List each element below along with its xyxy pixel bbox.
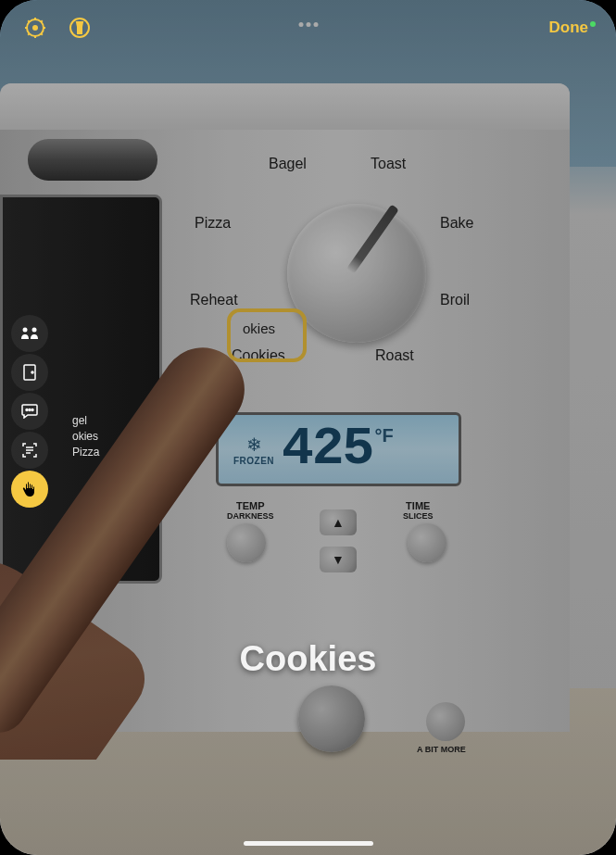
oven-top-surface — [0, 83, 570, 130]
svg-point-8 — [29, 409, 31, 411]
dial-label-roast: Roast — [375, 347, 414, 364]
dial-label-bagel: Bagel — [269, 156, 307, 172]
oven-door-handle — [28, 139, 157, 181]
down-arrow-button: ▼ — [320, 547, 357, 572]
abitmore-label: A BIT MORE — [417, 745, 466, 754]
spoken-result-text: Cookies — [240, 639, 377, 679]
time-label: TIME SLICES — [403, 500, 434, 521]
start-cancel-button — [298, 685, 365, 752]
bottom-controls: A BIT MORE — [241, 685, 500, 769]
time-button — [408, 523, 446, 562]
dial-label-broil: Broil — [440, 292, 470, 308]
home-indicator[interactable] — [244, 841, 373, 846]
lcd-temperature: 425 — [282, 422, 372, 476]
svg-point-3 — [23, 328, 28, 333]
top-left-controls — [20, 13, 94, 43]
settings-button[interactable] — [20, 13, 50, 43]
dial-label-toast: Toast — [371, 156, 406, 172]
camera-active-indicator — [590, 21, 596, 27]
lcd-unit: °F — [374, 425, 393, 446]
done-button[interactable]: Done — [549, 19, 597, 37]
detected-text-overlay: gel okies Pizza — [72, 413, 99, 459]
image-description-button[interactable] — [11, 393, 48, 430]
dial-label-bake: Bake — [440, 215, 473, 232]
abitmore-button — [426, 702, 465, 741]
people-detection-button[interactable] — [11, 315, 48, 352]
detection-mode-toolbar — [11, 315, 48, 508]
ipad-frame: Bagel Toast Bake Broil Roast Cookies Reh… — [0, 0, 616, 855]
door-detection-button[interactable] — [11, 354, 48, 391]
svg-point-9 — [31, 409, 33, 411]
multitask-indicator[interactable] — [298, 22, 318, 27]
svg-point-7 — [26, 409, 28, 411]
flashlight-button[interactable] — [65, 13, 94, 43]
top-toolbar: Done — [0, 0, 616, 56]
point-and-speak-highlight — [227, 308, 307, 362]
function-dial — [287, 204, 426, 343]
text-detection-button[interactable] — [11, 432, 48, 469]
svg-point-1 — [33, 26, 37, 30]
up-arrow-button: ▲ — [320, 509, 357, 535]
svg-point-4 — [32, 328, 37, 333]
svg-point-6 — [31, 371, 33, 373]
point-and-speak-button[interactable] — [11, 471, 48, 508]
dial-label-pizza: Pizza — [195, 215, 231, 232]
